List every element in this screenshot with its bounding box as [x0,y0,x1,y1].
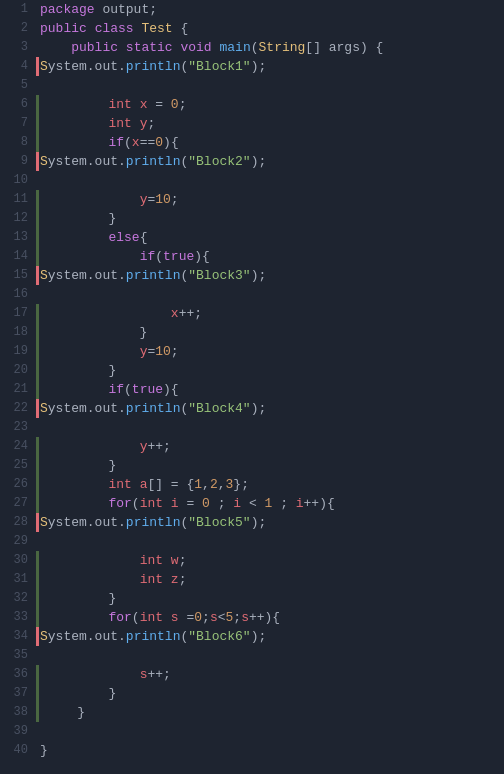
code-line-25: } [36,456,504,475]
line-num-35: 35 [0,646,28,665]
code-line-23 [36,418,504,437]
line-num-4: 4 [0,57,28,76]
line-num-26: 26 [0,475,28,494]
line-num-40: 40 [0,741,28,760]
code-line-39 [36,722,504,741]
code-line-6: int x = 0; [36,95,504,114]
line-num-31: 31 [0,570,28,589]
line-num-23: 23 [0,418,28,437]
line-num-20: 20 [0,361,28,380]
code-line-30: int w; [36,551,504,570]
code-line-24: y++; [36,437,504,456]
code-line-3: public static void main(String[] args) { [36,38,504,57]
line-num-3: 3 [0,38,28,57]
code-line-34: System.out.println("Block6"); [36,627,504,646]
code-line-38: } [36,703,504,722]
line-num-18: 18 [0,323,28,342]
line-num-21: 21 [0,380,28,399]
line-num-10: 10 [0,171,28,190]
code-line-5 [36,76,504,95]
line-num-27: 27 [0,494,28,513]
line-num-30: 30 [0,551,28,570]
code-line-18: } [36,323,504,342]
code-line-16 [36,285,504,304]
code-line-11: y=10; [36,190,504,209]
code-line-13: else{ [36,228,504,247]
line-num-24: 24 [0,437,28,456]
line-num-19: 19 [0,342,28,361]
code-line-40: } [36,741,504,760]
code-line-2: public class Test { [36,19,504,38]
line-num-2: 2 [0,19,28,38]
code-line-20: } [36,361,504,380]
code-line-22: System.out.println("Block4"); [36,399,504,418]
code-line-19: y=10; [36,342,504,361]
code-line-31: int z; [36,570,504,589]
code-line-1: package output; [36,0,504,19]
line-num-16: 16 [0,285,28,304]
code-line-9: System.out.println("Block2"); [36,152,504,171]
line-num-38: 38 [0,703,28,722]
code-line-28: System.out.println("Block5"); [36,513,504,532]
code-line-29 [36,532,504,551]
line-num-22: 22 [0,399,28,418]
line-num-36: 36 [0,665,28,684]
code-line-37: } [36,684,504,703]
code-line-4: System.out.println("Block1"); [36,57,504,76]
line-num-15: 15 [0,266,28,285]
code-editor: 1 2 3 4 5 6 7 8 9 10 11 12 13 14 15 16 1… [0,0,504,774]
code-line-15: System.out.println("Block3"); [36,266,504,285]
code-line-17: x++; [36,304,504,323]
line-num-9: 9 [0,152,28,171]
code-line-35 [36,646,504,665]
code-line-12: } [36,209,504,228]
line-num-28: 28 [0,513,28,532]
code-line-14: if(true){ [36,247,504,266]
code-line-33: for(int s =0;s<5;s++){ [36,608,504,627]
line-num-34: 34 [0,627,28,646]
code-line-8: if(x==0){ [36,133,504,152]
line-num-17: 17 [0,304,28,323]
code-line-10 [36,171,504,190]
line-num-39: 39 [0,722,28,741]
line-num-14: 14 [0,247,28,266]
line-num-29: 29 [0,532,28,551]
line-num-6: 6 [0,95,28,114]
line-num-7: 7 [0,114,28,133]
line-num-11: 11 [0,190,28,209]
line-num-5: 5 [0,76,28,95]
code-line-21: if(true){ [36,380,504,399]
code-line-26: int a[] = {1,2,3}; [36,475,504,494]
line-num-37: 37 [0,684,28,703]
line-num-1: 1 [0,0,28,19]
line-numbers: 1 2 3 4 5 6 7 8 9 10 11 12 13 14 15 16 1… [0,0,36,774]
line-num-32: 32 [0,589,28,608]
code-line-7: int y; [36,114,504,133]
code-line-36: s++; [36,665,504,684]
line-num-33: 33 [0,608,28,627]
code-line-27: for(int i = 0 ; i < 1 ; i++){ [36,494,504,513]
line-num-25: 25 [0,456,28,475]
line-num-12: 12 [0,209,28,228]
code-line-32: } [36,589,504,608]
code-content: package output; public class Test { publ… [36,0,504,774]
line-num-8: 8 [0,133,28,152]
line-num-13: 13 [0,228,28,247]
